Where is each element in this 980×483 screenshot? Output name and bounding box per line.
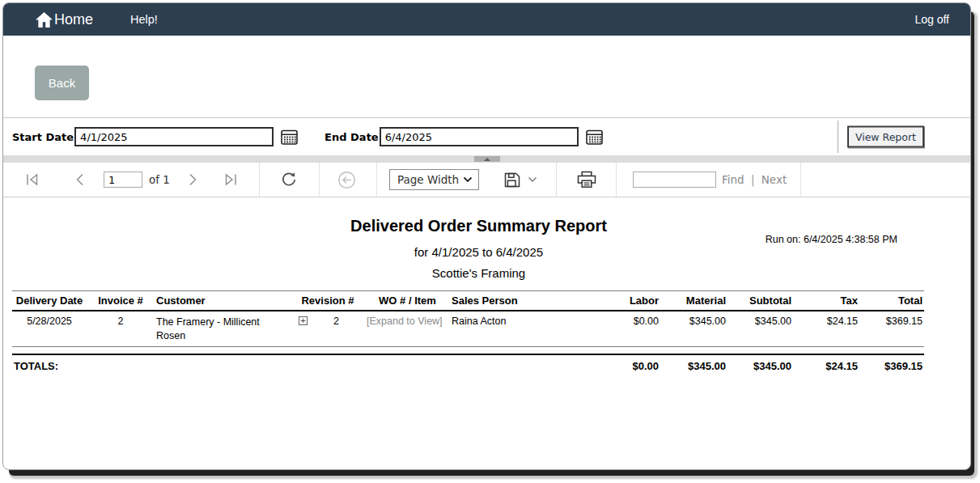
cell-labor: $0.00 <box>539 311 660 346</box>
cell-material: $345.00 <box>660 311 728 346</box>
page-number-input[interactable] <box>104 172 142 188</box>
expand-icon[interactable] <box>299 316 308 325</box>
spacer-row <box>12 346 924 354</box>
start-date-calendar-button[interactable] <box>281 129 298 145</box>
calendar-icon <box>586 129 603 145</box>
save-disk-icon <box>504 172 520 188</box>
run-timestamp: Run on: 6/4/2025 4:38:58 PM <box>766 234 897 245</box>
cell-invoice: 2 <box>87 311 155 346</box>
end-date-input[interactable] <box>380 127 579 146</box>
end-date-label: End Date <box>325 131 379 143</box>
zoom-select-value: Page Width <box>397 173 459 186</box>
cell-revision: 2 <box>333 316 339 327</box>
next-page-button[interactable] <box>189 173 197 186</box>
report-toolbar: of 1 <box>3 163 970 197</box>
back-button[interactable]: Back <box>35 66 89 100</box>
header-row: Delivery Date Invoice # Customer Revisio… <box>12 291 924 311</box>
cell-tax: $24.15 <box>793 311 859 346</box>
report-date-range: for 4/1/2025 to 6/4/2025 <box>3 245 954 259</box>
totals-tax: $24.15 <box>793 354 859 377</box>
start-date-input[interactable] <box>74 127 274 146</box>
last-page-button[interactable] <box>223 173 238 186</box>
end-date-calendar-button[interactable] <box>586 129 603 145</box>
toolbar-divider <box>616 163 617 197</box>
first-page-button[interactable] <box>25 173 40 186</box>
page-count-label: of 1 <box>149 173 170 186</box>
refresh-icon <box>281 172 297 188</box>
log-off-link[interactable]: Log off <box>914 13 949 26</box>
cell-total: $369.15 <box>859 311 924 346</box>
print-button[interactable] <box>577 171 596 189</box>
parameter-splitter <box>3 155 970 163</box>
next-link[interactable]: Next <box>762 173 787 186</box>
first-page-icon <box>25 173 40 186</box>
parameter-bar: Start Date End Date <box>3 117 970 155</box>
chevron-down-icon <box>463 176 473 183</box>
col-header-delivery-date: Delivery Date <box>12 291 87 311</box>
col-header-labor: Labor <box>539 291 660 311</box>
start-date-label: Start Date <box>12 131 74 143</box>
zoom-select[interactable]: Page Width <box>389 169 479 190</box>
last-page-icon <box>223 173 238 186</box>
toolbar-divider <box>556 163 557 197</box>
parameter-divider <box>838 121 838 153</box>
col-header-tax: Tax <box>793 291 859 311</box>
cell-wo-item: [Expand to View] <box>365 311 450 346</box>
cell-subtotal: $345.00 <box>728 311 793 346</box>
calendar-icon <box>281 129 298 145</box>
col-header-wo-item: WO # / Item <box>365 291 450 311</box>
col-header-material: Material <box>660 291 728 311</box>
report-company: Scottie's Framing <box>3 266 954 280</box>
col-header-invoice: Invoice # <box>87 291 155 311</box>
find-next-controls: Find | Next <box>722 173 787 186</box>
home-icon <box>35 11 54 28</box>
find-input[interactable] <box>633 172 716 188</box>
cell-delivery-date: 5/28/2025 <box>12 311 87 346</box>
app-window: Home Help! Log off Back Start Date <box>2 2 971 470</box>
refresh-button[interactable] <box>281 172 297 188</box>
col-header-sales-person: Sales Person <box>450 291 539 311</box>
export-menu-button[interactable] <box>528 176 537 183</box>
help-link[interactable]: Help! <box>130 13 158 26</box>
totals-subtotal: $345.00 <box>728 354 793 377</box>
previous-page-button[interactable] <box>75 173 84 186</box>
previous-page-icon <box>75 173 84 186</box>
toolbar-divider <box>259 163 260 197</box>
col-header-revision: Revision # <box>291 291 365 311</box>
find-separator: | <box>751 173 755 186</box>
collapse-parameters-button[interactable] <box>474 156 500 162</box>
totals-labor: $0.00 <box>539 354 660 377</box>
toolbar-divider <box>800 163 801 197</box>
find-link[interactable]: Find <box>722 173 745 186</box>
export-button[interactable] <box>504 172 520 188</box>
chevron-down-icon <box>528 176 537 183</box>
back-to-parent-button[interactable] <box>337 171 356 189</box>
cell-sales-person: Raina Acton <box>450 311 539 346</box>
totals-total: $369.15 <box>859 354 924 377</box>
printer-icon <box>577 171 596 189</box>
col-header-subtotal: Subtotal <box>728 291 793 311</box>
collapse-up-icon <box>484 158 490 161</box>
col-header-total: Total <box>859 291 924 311</box>
toolbar-divider <box>376 163 377 197</box>
col-header-customer: Customer <box>155 291 291 311</box>
cell-customer: The Framery - Millicent Rosen <box>155 311 291 346</box>
view-report-button[interactable]: View Report <box>847 126 924 148</box>
top-navbar: Home Help! Log off <box>3 3 970 36</box>
report-area: Run on: 6/4/2025 4:38:58 PM Delivered Or… <box>3 217 970 377</box>
totals-label: TOTALS: <box>12 354 539 377</box>
report-title: Delivered Order Summary Report <box>3 217 954 235</box>
totals-material: $345.00 <box>660 354 728 377</box>
table-row: 5/28/2025 2 The Framery - Millicent Rose… <box>12 311 924 346</box>
totals-row: TOTALS: $0.00 $345.00 $345.00 $24.15 $36… <box>12 354 924 377</box>
home-label: Home <box>54 11 93 28</box>
toolbar-divider <box>319 163 320 197</box>
summary-table: Delivery Date Invoice # Customer Revisio… <box>12 290 924 377</box>
next-page-icon <box>189 173 197 186</box>
home-link[interactable]: Home <box>35 11 93 28</box>
back-circle-icon <box>337 171 356 189</box>
